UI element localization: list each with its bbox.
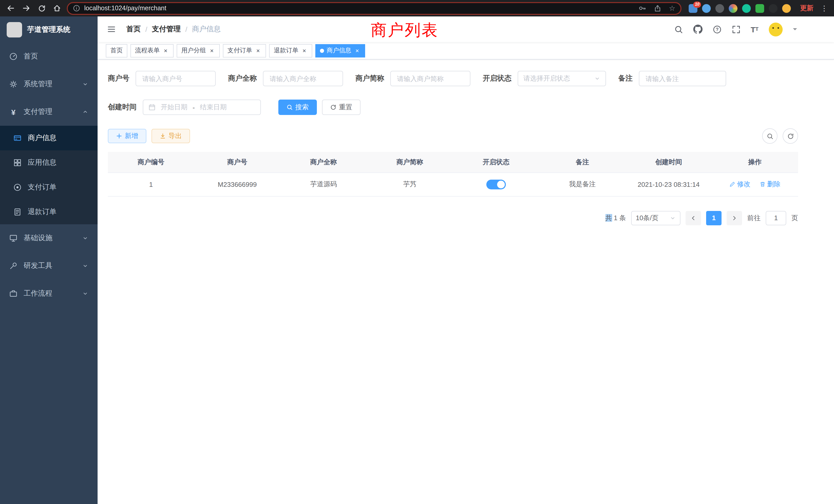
top-navbar: 首页 / 支付管理 / 商户信息 商户列表 ? [97,17,834,42]
browser-menu-icon[interactable]: ⋮ [820,4,829,12]
status-toggle[interactable] [486,179,506,189]
close-icon[interactable]: × [301,47,308,54]
tab-home[interactable]: 首页 [106,44,127,57]
status-select[interactable]: 请选择开启状态 [518,71,606,86]
sidebar-item-label: 系统管理 [24,79,52,89]
sidebar-item-system[interactable]: 系统管理 [0,70,97,98]
sidebar-item-infrastructure[interactable]: 基础设施 [0,224,97,252]
browser-update-button[interactable]: 更新 [800,4,813,13]
extension-icon-2[interactable] [702,4,711,13]
extension-icon-1[interactable]: 10 [689,4,697,13]
sidebar-item-label: 基础设施 [24,233,52,243]
end-date-placeholder: 结束日期 [200,102,227,112]
chevron-down-icon [670,215,676,221]
next-page-button[interactable] [727,211,742,225]
total-prefix: 共 [605,214,612,222]
close-icon[interactable]: × [162,47,169,54]
merchant-no-input[interactable] [136,71,216,86]
export-button[interactable]: 导出 [152,129,190,143]
close-icon[interactable]: × [354,47,360,54]
sidebar-item-refund-order[interactable]: 退款订单 [0,200,97,224]
filter-label: 创建时间 [108,102,137,112]
cell-actions: 修改 删除 [712,173,798,196]
tab-process-form[interactable]: 流程表单 × [130,44,174,57]
remark-input[interactable] [639,71,726,86]
chevron-down-icon [82,263,88,269]
extension-icon-6[interactable] [755,4,764,13]
fullscreen-icon[interactable] [731,25,740,33]
goto-page-input[interactable] [766,211,786,225]
filter-label: 商户全称 [228,74,257,83]
filter-create-time: 创建时间 开始日期 - 结束日期 [108,99,261,115]
search-button[interactable]: 搜索 [278,99,317,115]
reset-button-label: 重置 [339,102,352,112]
page-size-value: 10条/页 [636,213,658,223]
bookmark-star-icon[interactable]: ☆ [669,5,675,12]
github-icon[interactable] [693,25,702,34]
close-icon[interactable]: × [208,47,215,54]
add-button[interactable]: 新增 [108,129,146,143]
tab-user-group[interactable]: 用户分组 × [177,44,220,57]
share-icon[interactable] [654,4,662,12]
user-avatar[interactable] [769,22,783,36]
sidebar-item-dev-tools[interactable]: 研发工具 [0,252,97,280]
total-count: 1 [614,214,617,222]
delete-link-label: 删除 [767,180,781,189]
browser-refresh-icon[interactable] [36,3,47,14]
tab-refund-order[interactable]: 退款订单 × [269,44,312,57]
page-size-select[interactable]: 10条/页 [631,211,680,225]
edit-link[interactable]: 修改 [729,180,750,189]
browser-home-icon[interactable] [51,3,63,14]
navbar-actions: ? TT [674,22,797,36]
sidebar-toggle-icon[interactable] [106,24,117,35]
extension-icon-7[interactable] [769,4,777,13]
sidebar-item-label: 支付管理 [24,107,52,116]
tab-pay-order[interactable]: 支付订单 × [223,44,266,57]
column-header: 操作 [712,152,798,173]
browser-forward-icon[interactable] [21,3,32,14]
prev-page-button[interactable] [686,211,701,225]
extension-icon-4[interactable] [729,4,738,13]
sidebar-item-pay-order[interactable]: 支付订单 [0,175,97,200]
svg-text:?: ? [716,27,719,32]
chevron-down-icon[interactable] [793,28,797,32]
select-placeholder: 请选择开启状态 [523,74,570,83]
sidebar-item-app-info[interactable]: 应用信息 [0,151,97,175]
main-area: 首页 / 支付管理 / 商户信息 商户列表 ? [97,17,834,504]
help-icon[interactable]: ? [712,25,721,33]
extension-icon-8[interactable] [782,4,791,13]
merchant-table: 商户编号 商户号 商户全称 商户简称 开启状态 备注 创建时间 操作 1 [108,152,798,196]
sidebar-item-merchant-info[interactable]: 商户信息 [0,126,97,151]
browser-back-icon[interactable] [5,3,17,14]
sidebar-item-home[interactable]: 首页 [0,43,97,70]
search-icon[interactable] [674,25,683,33]
tab-label: 流程表单 [135,46,160,55]
site-info-icon[interactable] [73,5,80,12]
breadcrumb-item-payment[interactable]: 支付管理 [152,25,181,34]
breadcrumb-item-home[interactable]: 首页 [126,25,141,34]
short-name-input[interactable] [390,71,470,86]
sidebar-item-label: 工作流程 [24,289,52,298]
page-number-button[interactable]: 1 [706,211,722,225]
date-range-picker[interactable]: 开始日期 - 结束日期 [143,99,261,115]
close-icon[interactable]: × [255,47,261,54]
tab-merchant-info[interactable]: 商户信息 × [315,44,365,57]
tab-label: 首页 [110,46,123,55]
url-bar[interactable]: localhost:1024/pay/merchant ☆ [67,2,681,15]
table-header-row: 商户编号 商户号 商户全称 商户简称 开启状态 备注 创建时间 操作 [108,152,798,173]
extension-icon-5[interactable] [742,4,751,13]
sidebar-item-payment[interactable]: ¥ 支付管理 [0,98,97,126]
tab-label: 商户信息 [327,46,351,55]
delete-link[interactable]: 删除 [760,180,781,189]
reset-button[interactable]: 重置 [322,99,360,115]
full-name-input[interactable] [263,71,343,86]
extension-icon-3[interactable] [716,4,724,13]
font-size-icon[interactable]: TT [750,25,759,33]
refresh-table-button[interactable] [783,128,798,144]
sidebar-item-label: 研发工具 [24,261,52,271]
breadcrumb: 首页 / 支付管理 / 商户信息 [126,25,221,34]
password-key-icon[interactable] [639,4,647,12]
sidebar-item-workflow[interactable]: 工作流程 [0,280,97,307]
toggle-search-button[interactable] [762,128,777,144]
app-title: 芋道管理系统 [27,25,70,34]
